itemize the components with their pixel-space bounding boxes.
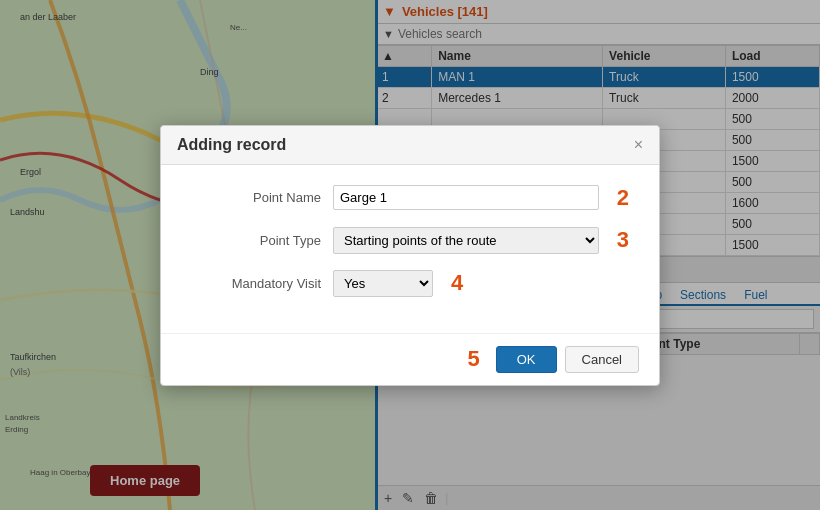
step-5-label: 5: [467, 346, 479, 373]
point-name-row: Point Name 2: [191, 185, 629, 211]
modal-body: Point Name 2 Point Type Starting points …: [161, 165, 659, 333]
mandatory-visit-label: Mandatory Visit: [191, 276, 321, 291]
modal-title: Adding record: [177, 136, 286, 154]
point-name-label: Point Name: [191, 190, 321, 205]
mandatory-visit-select[interactable]: Yes No: [333, 270, 433, 297]
modal-title-bar: Adding record ×: [161, 126, 659, 165]
point-name-input[interactable]: [333, 185, 599, 210]
step-2-label: 2: [617, 185, 629, 211]
modal-footer: 5 OK Cancel: [161, 333, 659, 385]
modal-overlay: Adding record × Point Name 2 Point Type …: [0, 0, 820, 510]
adding-record-modal: Adding record × Point Name 2 Point Type …: [160, 125, 660, 386]
step-4-label: 4: [451, 270, 463, 296]
ok-button[interactable]: OK: [496, 346, 557, 373]
point-type-label: Point Type: [191, 233, 321, 248]
cancel-button[interactable]: Cancel: [565, 346, 639, 373]
point-type-row: Point Type Starting points of the route …: [191, 227, 629, 254]
step-3-label: 3: [617, 227, 629, 253]
modal-close-button[interactable]: ×: [634, 137, 643, 153]
point-type-select[interactable]: Starting points of the route Route templ…: [333, 227, 599, 254]
mandatory-visit-row: Mandatory Visit Yes No 4: [191, 270, 629, 297]
